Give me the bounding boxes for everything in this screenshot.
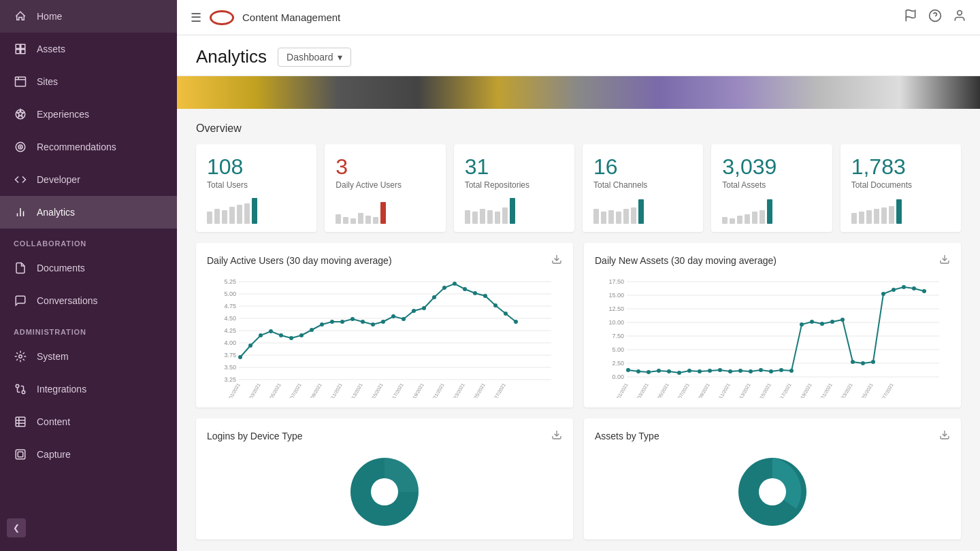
assets-icon bbox=[14, 42, 27, 56]
sidebar-item-label: Developer bbox=[37, 174, 80, 185]
bar bbox=[593, 209, 599, 224]
svg-point-131 bbox=[902, 285, 906, 289]
bar bbox=[623, 209, 629, 224]
svg-text:10.00: 10.00 bbox=[608, 319, 624, 326]
chart-title: Assets by Type bbox=[595, 431, 659, 441]
svg-point-126 bbox=[851, 360, 855, 364]
total-documents-bars bbox=[851, 197, 950, 224]
chart-title: Daily New Assets (30 day moving average) bbox=[595, 255, 777, 266]
total-assets-label: Total Assets bbox=[722, 180, 821, 190]
system-icon bbox=[14, 350, 27, 363]
daily-active-users-label: Daily Active Users bbox=[336, 180, 434, 190]
total-channels-value: 16 bbox=[593, 155, 692, 179]
line-chart-svg-assets: 17.50 15.00 12.50 10.00 7.50 5.00 2.50 0… bbox=[595, 276, 950, 398]
svg-text:17.50: 17.50 bbox=[608, 278, 624, 285]
bar bbox=[237, 205, 242, 224]
svg-point-70 bbox=[493, 303, 497, 307]
sidebar-collapse-button[interactable]: ❮ bbox=[7, 518, 26, 537]
bar bbox=[737, 216, 742, 224]
svg-point-57 bbox=[361, 320, 365, 324]
svg-point-64 bbox=[432, 295, 436, 299]
svg-point-125 bbox=[840, 318, 845, 322]
bar bbox=[881, 207, 887, 224]
collaboration-section-label: COLLABORATION bbox=[0, 229, 177, 252]
hamburger-icon[interactable]: ☰ bbox=[191, 10, 201, 25]
bar bbox=[358, 213, 363, 224]
bar bbox=[631, 207, 636, 224]
sidebar-item-documents[interactable]: Documents bbox=[0, 252, 177, 284]
flag-icon[interactable] bbox=[904, 9, 917, 26]
recommendations-icon bbox=[14, 140, 27, 154]
bar bbox=[336, 214, 341, 224]
svg-point-65 bbox=[442, 286, 446, 290]
dashboard-dropdown[interactable]: Dashboard ▾ bbox=[278, 48, 351, 67]
download-icon[interactable] bbox=[551, 429, 562, 443]
stat-cards-row: 108 Total Users 3 Daily Active Users bbox=[196, 144, 961, 232]
svg-text:2.50: 2.50 bbox=[612, 360, 624, 367]
svg-point-52 bbox=[310, 328, 314, 332]
topbar-title: Content Management bbox=[242, 12, 896, 23]
svg-point-123 bbox=[820, 322, 824, 326]
svg-point-54 bbox=[330, 320, 334, 324]
sidebar-item-analytics[interactable]: Analytics bbox=[0, 196, 177, 229]
bar-accent bbox=[510, 198, 515, 224]
chart-title: Logins by Device Type bbox=[207, 431, 303, 441]
svg-point-66 bbox=[453, 282, 457, 286]
sidebar-item-integrations[interactable]: Integrations bbox=[0, 373, 177, 405]
administration-section-label: ADMINISTRATION bbox=[0, 317, 177, 340]
svg-text:5.25: 5.25 bbox=[224, 278, 236, 285]
bar bbox=[745, 214, 750, 224]
svg-point-49 bbox=[279, 333, 283, 337]
sidebar-item-content[interactable]: Content bbox=[0, 405, 177, 438]
chart-header: Daily New Assets (30 day moving average) bbox=[595, 254, 950, 267]
sidebar-item-conversations[interactable]: Conversations bbox=[0, 284, 177, 317]
sidebar-item-sites[interactable]: Sites bbox=[0, 65, 177, 98]
user-icon[interactable] bbox=[953, 9, 966, 26]
assets-by-type-chart: Assets by Type bbox=[584, 418, 961, 539]
content-area: Overview 108 Total Users 3 bbox=[177, 109, 980, 551]
download-icon[interactable] bbox=[551, 254, 562, 267]
bar bbox=[752, 212, 757, 224]
dropdown-arrow-icon: ▾ bbox=[338, 52, 342, 63]
help-icon[interactable] bbox=[928, 9, 942, 26]
sidebar-item-developer[interactable]: Developer bbox=[0, 163, 177, 196]
sidebar-item-experiences[interactable]: Experiences bbox=[0, 98, 177, 131]
svg-point-9 bbox=[20, 146, 21, 148]
bar bbox=[608, 210, 614, 224]
sidebar-item-label: Documents bbox=[37, 263, 85, 273]
svg-text:0.00: 0.00 bbox=[612, 373, 624, 380]
svg-rect-21 bbox=[18, 452, 23, 457]
sidebar-item-recommendations[interactable]: Recommendations bbox=[0, 131, 177, 163]
daily-active-users-chart: Daily Active Users (30 day moving averag… bbox=[196, 243, 573, 407]
sidebar-item-capture[interactable]: Capture bbox=[0, 438, 177, 471]
download-icon[interactable] bbox=[939, 429, 950, 443]
svg-point-150 bbox=[371, 478, 398, 505]
sidebar-item-label: System bbox=[37, 351, 69, 362]
sidebar-item-label: Content bbox=[37, 416, 70, 427]
sidebar-item-home[interactable]: Home bbox=[0, 0, 177, 33]
sidebar-item-assets[interactable]: Assets bbox=[0, 33, 177, 65]
svg-point-58 bbox=[371, 322, 375, 327]
svg-text:06/13/2021: 06/13/2021 bbox=[347, 382, 363, 398]
total-assets-bars bbox=[722, 197, 821, 224]
download-icon[interactable] bbox=[939, 254, 950, 267]
stat-card-total-repositories: 31 Total Repositories bbox=[454, 144, 574, 232]
svg-point-56 bbox=[350, 317, 355, 321]
svg-point-124 bbox=[830, 320, 834, 324]
topbar-action-icons bbox=[904, 9, 966, 26]
chart-title: Daily Active Users (30 day moving averag… bbox=[207, 255, 392, 266]
chart-header: Daily Active Users (30 day moving averag… bbox=[207, 254, 562, 267]
svg-text:06/15/2021: 06/15/2021 bbox=[755, 382, 772, 398]
sidebar-item-label: Recommendations bbox=[37, 141, 116, 152]
logins-by-device-chart: Logins by Device Type bbox=[196, 418, 573, 539]
svg-point-127 bbox=[861, 361, 865, 365]
sidebar-item-system[interactable]: System bbox=[0, 340, 177, 373]
svg-text:06/03/2021: 06/03/2021 bbox=[245, 382, 261, 398]
sidebar-item-label: Analytics bbox=[37, 207, 75, 218]
svg-point-50 bbox=[289, 336, 293, 340]
total-users-value: 108 bbox=[207, 155, 306, 179]
svg-text:12.50: 12.50 bbox=[608, 305, 624, 312]
sidebar: Home Assets Sites Experiences Recommenda… bbox=[0, 0, 177, 551]
svg-point-59 bbox=[381, 320, 385, 324]
bar-accent bbox=[638, 199, 644, 224]
